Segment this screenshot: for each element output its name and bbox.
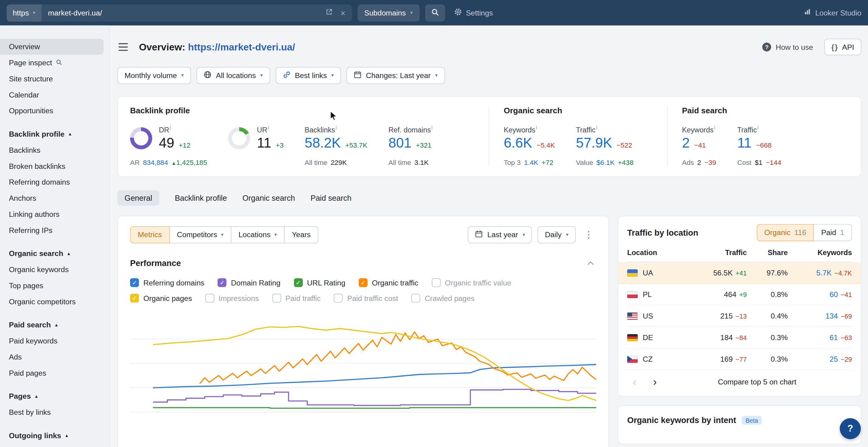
tab-organic-search[interactable]: Organic search bbox=[243, 191, 295, 206]
sidebar-section-organic-search[interactable]: Organic search▲ bbox=[0, 245, 109, 262]
info-icon[interactable]: i bbox=[714, 125, 715, 131]
segment-metrics[interactable]: Metrics bbox=[130, 227, 169, 244]
sidebar-item-top-pages[interactable]: Top pages bbox=[0, 278, 109, 294]
sidebar-item-paid-pages[interactable]: Paid pages bbox=[0, 365, 109, 381]
date-range-select[interactable]: Last year▾ bbox=[468, 227, 532, 244]
keywords-link[interactable]: 25 bbox=[830, 355, 838, 363]
performance-chart[interactable] bbox=[130, 319, 596, 414]
sidebar-item-calendar[interactable]: Calendar bbox=[0, 87, 109, 103]
ref-domains-value-link[interactable]: 801 bbox=[389, 135, 411, 151]
table-row-cz[interactable]: CZ 169−77 0.3% 25−29 bbox=[627, 349, 852, 370]
sidebar-item-paid-keywords[interactable]: Paid keywords bbox=[0, 333, 109, 349]
metric-checkbox-paid-traffic-cost[interactable]: Paid traffic cost bbox=[334, 294, 398, 303]
metric-checkbox-crawled-pages[interactable]: Crawled pages bbox=[411, 294, 475, 303]
table-row-us[interactable]: US 215−13 0.4% 134−69 bbox=[627, 306, 852, 327]
chevron-down-icon: ▾ bbox=[522, 233, 525, 238]
next-page-icon[interactable]: › bbox=[647, 376, 662, 388]
app-window: https ▾ market-dveri.ua/ × Subdomains ▾ bbox=[0, 0, 868, 447]
sidebar-item-broken-backlinks[interactable]: Broken backlinks bbox=[0, 158, 109, 174]
collapse-chevron-icon[interactable] bbox=[585, 257, 596, 270]
sidebar-item-anchors[interactable]: Anchors bbox=[0, 191, 109, 206]
organic-traffic-value-link[interactable]: 57.9K bbox=[576, 135, 612, 151]
info-icon[interactable]: i bbox=[170, 125, 171, 131]
url-input[interactable]: market-dveri.ua/ bbox=[41, 8, 326, 17]
metric-checkbox-organic-traffic-value[interactable]: Organic traffic value bbox=[432, 278, 511, 287]
looker-studio-brand[interactable]: Looker Studio bbox=[804, 8, 861, 17]
tab-general[interactable]: General bbox=[117, 191, 159, 206]
how-to-use-button[interactable]: ? How to use bbox=[762, 42, 813, 51]
sidebar-section-outgoing-links[interactable]: Outgoing links▲ bbox=[0, 427, 109, 444]
hamburger-menu-icon[interactable] bbox=[117, 42, 129, 53]
metric-checkbox-domain-rating[interactable]: ✓Domain Rating bbox=[218, 278, 280, 287]
search-button[interactable] bbox=[425, 4, 445, 21]
metric-domain-rating: DRi 49+12 AR 834,884 ▲1,425,185 bbox=[130, 125, 207, 167]
link-icon bbox=[283, 71, 290, 80]
sidebar-item-linked-domains[interactable]: Linked domains bbox=[0, 444, 109, 447]
metric-checkbox-url-rating[interactable]: ✓URL Rating bbox=[293, 278, 345, 287]
info-icon[interactable]: i bbox=[268, 125, 269, 131]
sidebar-item-best-by-links[interactable]: Best by links bbox=[0, 404, 109, 420]
sidebar-item-referring-domains[interactable]: Referring domains bbox=[0, 174, 109, 191]
help-button[interactable]: ? bbox=[840, 418, 861, 439]
locations-filter[interactable]: All locations▾ bbox=[197, 67, 270, 84]
protocol-dropdown[interactable]: https ▾ bbox=[7, 4, 41, 21]
sidebar-section-paid-search[interactable]: Paid search▲ bbox=[0, 316, 109, 333]
table-row-ua[interactable]: UA 56.5K+41 97.6% 5.7K−4.7K bbox=[618, 262, 861, 284]
metric-checkbox-paid-traffic[interactable]: Paid traffic bbox=[272, 294, 320, 303]
metric-checkbox-organic-pages[interactable]: ✓Organic pages bbox=[130, 294, 192, 303]
sidebar-item-backlinks[interactable]: Backlinks bbox=[0, 142, 109, 158]
sidebar-item-site-structure[interactable]: Site structure bbox=[0, 71, 109, 87]
sidebar-item-overview[interactable]: Overview bbox=[0, 39, 104, 55]
organic-toggle[interactable]: Organic 116 bbox=[756, 224, 814, 241]
backlinks-value-link[interactable]: 58.2K bbox=[305, 135, 341, 151]
granularity-select[interactable]: Daily▾ bbox=[538, 227, 576, 244]
segment-locations[interactable]: Locations▾ bbox=[231, 227, 284, 244]
info-icon[interactable]: i bbox=[596, 125, 597, 131]
table-row-de[interactable]: DE 184−84 0.3% 61−63 bbox=[627, 327, 852, 349]
api-button[interactable]: {} API bbox=[824, 39, 862, 56]
metric-checkbox-referring-domains[interactable]: ✓Referring domains bbox=[130, 278, 205, 287]
sidebar-item-organic-keywords[interactable]: Organic keywords bbox=[0, 262, 109, 278]
scope-dropdown[interactable]: Subdomains ▾ bbox=[358, 4, 420, 21]
metric-checkbox-organic-traffic[interactable]: ✓Organic traffic bbox=[359, 278, 418, 287]
tab-paid-search[interactable]: Paid search bbox=[311, 191, 352, 206]
monthly-volume-filter[interactable]: Monthly volume▾ bbox=[117, 67, 191, 84]
keywords-link[interactable]: 134 bbox=[826, 312, 838, 320]
compare-top5-link[interactable]: Compare top 5 on chart bbox=[662, 378, 852, 386]
metric-checkbox-impressions[interactable]: Impressions bbox=[205, 294, 259, 303]
sidebar-item-ads[interactable]: Ads bbox=[0, 349, 109, 365]
changes-filter[interactable]: Changes: Last year▾ bbox=[346, 67, 445, 84]
target-url-link[interactable]: https://market-dveri.ua/ bbox=[188, 41, 295, 52]
keywords-link[interactable]: 61 bbox=[830, 334, 838, 342]
tab-backlink-profile[interactable]: Backlink profile bbox=[175, 191, 227, 206]
sidebar-section-backlink-profile[interactable]: Backlink profile▲ bbox=[0, 126, 109, 142]
segment-competitors[interactable]: Competitors▾ bbox=[169, 227, 231, 244]
ar-value-link[interactable]: 834,884 bbox=[143, 159, 168, 167]
best-links-filter[interactable]: Best links▾ bbox=[275, 67, 341, 84]
settings-button[interactable]: Settings bbox=[454, 8, 493, 18]
sidebar-section-pages[interactable]: Pages▲ bbox=[0, 388, 109, 405]
kebab-menu-icon[interactable]: ⋮ bbox=[581, 229, 596, 241]
organic-keywords-value-link[interactable]: 6.6K bbox=[504, 135, 532, 151]
open-in-new-tab-icon[interactable] bbox=[326, 8, 333, 18]
sidebar-item-referring-ips[interactable]: Referring IPs bbox=[0, 222, 109, 238]
info-icon[interactable]: i bbox=[536, 125, 537, 131]
paid-traffic-value-link[interactable]: 11 bbox=[737, 135, 752, 151]
up-triangle-icon: ▲ bbox=[172, 161, 176, 166]
info-icon[interactable]: i bbox=[757, 125, 758, 131]
info-icon[interactable]: i bbox=[336, 125, 337, 131]
paid-keywords-value-link[interactable]: 2 bbox=[682, 135, 690, 151]
sidebar-item-opportunities[interactable]: Opportunities bbox=[0, 103, 109, 119]
clear-url-icon[interactable]: × bbox=[341, 8, 346, 17]
top3-value-link[interactable]: 1.4K bbox=[524, 159, 538, 167]
segment-years[interactable]: Years bbox=[284, 227, 318, 244]
paid-toggle[interactable]: Paid 1 bbox=[814, 224, 852, 241]
sidebar-item-linking-authors[interactable]: Linking authors bbox=[0, 206, 109, 222]
sidebar-item-organic-competitors[interactable]: Organic competitors bbox=[0, 294, 109, 310]
sidebar-item-page-inspect[interactable]: Page inspect bbox=[0, 55, 109, 71]
table-row-pl[interactable]: PL 464+9 0.8% 60−41 bbox=[627, 284, 852, 306]
keywords-link[interactable]: 60 bbox=[830, 290, 838, 299]
info-icon[interactable]: i bbox=[431, 125, 432, 131]
traffic-value-link[interactable]: $6.1K bbox=[597, 159, 615, 167]
keywords-link[interactable]: 5.7K bbox=[816, 269, 832, 277]
